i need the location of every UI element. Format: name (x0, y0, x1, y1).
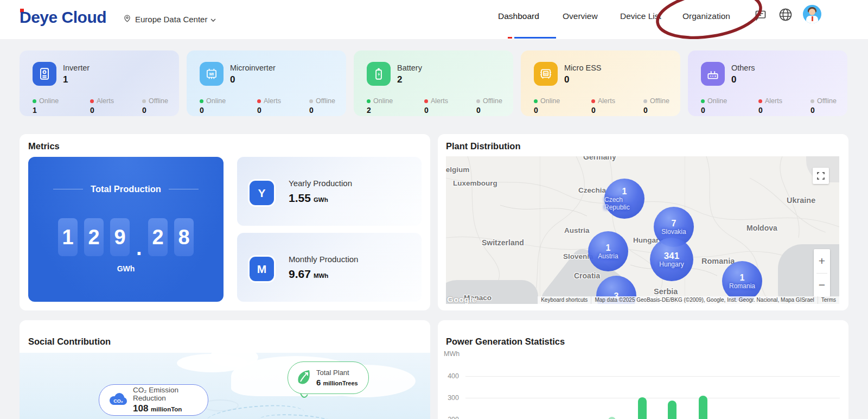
tab-dashboard[interactable]: Dashboard (498, 11, 539, 21)
online-dot (33, 99, 36, 103)
device-count: 2 (397, 74, 402, 85)
social-contribution-panel: Social Contribution CO₂ (20, 320, 430, 419)
digit-tile: 8 (174, 218, 194, 256)
cluster-label: Romania (729, 282, 755, 290)
google-map[interactable]: Germany Belgium Luxembourg Czechia Ukrai… (446, 156, 839, 304)
zoom-in-button[interactable]: + (814, 249, 830, 273)
avatar-tie (812, 16, 813, 21)
user-avatar[interactable] (803, 5, 821, 23)
offline-legend: Offline (476, 97, 502, 105)
cluster-label: Hungary (659, 261, 684, 268)
alerts-legend: Alerts (424, 97, 448, 105)
offline-count: 0 (476, 106, 481, 115)
online-dot (200, 99, 203, 103)
online-legend: Online (534, 97, 560, 105)
alerts-legend: Alerts (591, 97, 615, 105)
app-logo[interactable]: Deye Cloud (20, 8, 106, 27)
tab-overview[interactable]: Overview (563, 11, 598, 21)
battery-icon (367, 62, 391, 86)
avatar-face (809, 9, 815, 15)
y-axis-unit: MWh (444, 350, 459, 358)
map-tile-seam (540, 156, 540, 304)
keyboard-shortcuts-link[interactable]: Keyboard shortcuts (538, 296, 591, 304)
cluster-marker-czech-republic[interactable]: 1 Czech Republic (604, 179, 644, 219)
google-logo[interactable]: Google (447, 295, 477, 304)
plant-distribution-title: Plant Distribution (446, 141, 521, 151)
terms-link[interactable]: Terms (818, 296, 839, 304)
device-type-label: Microinverter (230, 64, 276, 72)
svg-text:CO₂: CO₂ (113, 398, 123, 404)
cluster-count: 1 (606, 243, 611, 252)
device-count: 0 (564, 74, 569, 85)
active-tab-underline-red (508, 37, 512, 39)
plant-texts: Total Plant 6 millionTrees (316, 369, 358, 387)
cluster-marker-hungary[interactable]: 341 Hungary (650, 238, 693, 281)
cluster-marker-austria[interactable]: 1 Austria (588, 231, 628, 271)
online-count: 0 (701, 106, 705, 115)
leaf-icon (295, 368, 312, 388)
alerts-dot (591, 99, 595, 103)
fullscreen-button[interactable] (813, 168, 829, 184)
offline-count: 0 (142, 106, 146, 115)
online-count: 0 (534, 106, 538, 115)
device-card-others[interactable]: Others 0 Online Alerts Offline 0 0 0 (688, 50, 847, 116)
power-bar (668, 401, 676, 419)
device-card-micro-ess[interactable]: MI Micro ESS 0 Online Alerts Offline 0 0… (521, 50, 680, 116)
micro-ess-icon: MI (534, 62, 558, 86)
cluster-label: Austria (598, 252, 618, 260)
device-card-battery[interactable]: Battery 2 Online Alerts Offline 2 0 0 (354, 50, 513, 116)
y-tick-200: 200 (441, 416, 459, 419)
device-card-inverter[interactable]: Inverter 1 Online Alerts Offline 1 0 0 (20, 50, 179, 116)
message-icon[interactable] (754, 9, 767, 24)
device-type-label: Micro ESS (564, 64, 602, 72)
digit-tile: 2 (148, 218, 168, 256)
map-data-attribution: Map data ©2025 GeoBasis-DE/BKG (©2009), … (591, 296, 817, 304)
zoom-out-button[interactable]: − (814, 274, 830, 297)
cluster-label: Czech Republic (604, 196, 644, 211)
co2-unit: millionTon (151, 406, 182, 412)
map-label-moldova: Moldova (746, 224, 777, 232)
metrics-panel: Metrics Total Production 1 2 9 . 2 8 GWh… (20, 134, 430, 310)
yearly-badge: Y (250, 181, 274, 205)
black-sea (778, 244, 839, 304)
alerts-count: 0 (591, 106, 596, 115)
globe-icon[interactable] (778, 7, 793, 24)
device-count: 0 (230, 74, 235, 85)
cluster-count: 1 (740, 273, 745, 282)
monthly-production-unit: MWh (314, 272, 328, 279)
offline-legend: Offline (810, 97, 837, 105)
map-label-austria: Austria (564, 226, 590, 234)
power-bar (608, 417, 616, 419)
alerts-dot (90, 99, 94, 103)
gridline-300 (465, 398, 840, 398)
total-plant-label: Total Plant (316, 369, 358, 377)
online-dot (534, 99, 538, 103)
map-zoom-control: + − (814, 249, 830, 297)
y-tick-400: 400 (441, 372, 459, 380)
alerts-dot (424, 99, 428, 103)
alerts-legend: Alerts (257, 97, 281, 105)
bubble-tail (299, 393, 309, 402)
offline-dot (810, 99, 814, 103)
device-type-label: Others (731, 64, 755, 72)
alerts-legend: Alerts (758, 97, 782, 105)
inverter-icon (33, 62, 56, 86)
alerts-count: 0 (758, 106, 763, 115)
offline-count: 0 (810, 106, 815, 115)
alerts-legend: Alerts (90, 97, 114, 105)
deye-cloud-dashboard: Deye Cloud Europe Data Center Dashboard … (0, 0, 868, 419)
device-card-microinverter[interactable]: MI Microinverter 0 Online Alerts Offline… (187, 50, 346, 116)
tab-device-list[interactable]: Device List (620, 11, 661, 21)
tab-organization[interactable]: Organization (682, 11, 730, 21)
map-label-romania: Romania (701, 257, 735, 265)
cluster-marker-romania[interactable]: 1 Romania (722, 261, 762, 301)
datacenter-selector[interactable]: Europe Data Center (123, 13, 216, 26)
svg-text:MI: MI (209, 72, 214, 77)
alerts-dot (758, 99, 762, 103)
others-device-icon (701, 62, 725, 86)
cluster-count: 7 (672, 219, 676, 228)
online-count: 0 (200, 106, 204, 115)
datacenter-label: Europe Data Center (135, 15, 207, 24)
decimal-point: . (136, 240, 142, 256)
y-tick-300: 300 (441, 394, 459, 402)
